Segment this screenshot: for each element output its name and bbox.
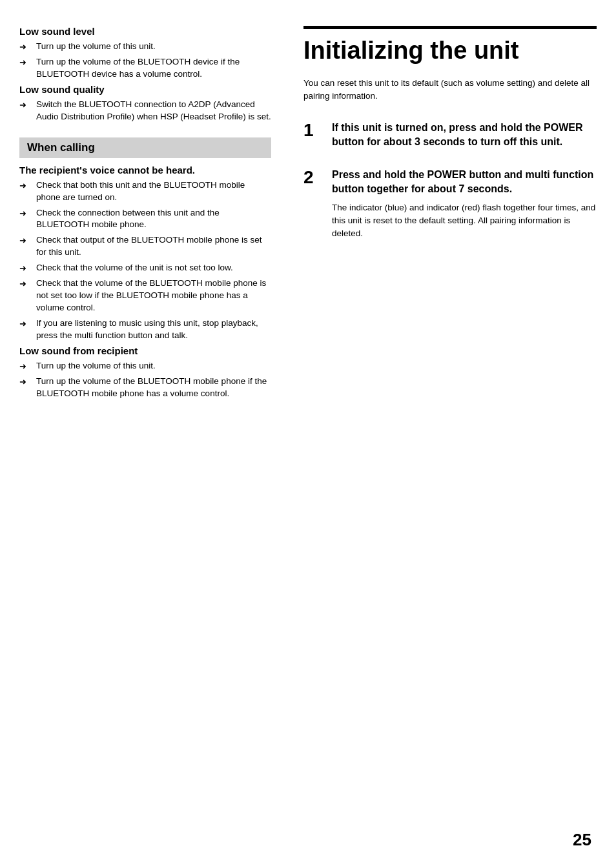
intro-text: You can reset this unit to its default (…: [303, 77, 597, 103]
bullet-text: Turn up the volume of this unit.: [36, 360, 156, 372]
bullet-text: Check that the volume of the unit is not…: [36, 262, 233, 274]
when-calling-title: When calling: [27, 141, 95, 154]
section-title-low-sound-level: Low sound level: [19, 26, 271, 37]
list-item: ➜ If you are listening to music using th…: [19, 318, 271, 342]
arrow-icon: ➜: [19, 208, 34, 219]
list-item: ➜ Check that the volume of the BLUETOOTH…: [19, 278, 271, 314]
bullet-text: Switch the BLUETOOTH connection to A2DP …: [36, 99, 271, 123]
bullet-list-low-sound-level: ➜ Turn up the volume of this unit. ➜ Tur…: [19, 41, 271, 81]
section-recipient-voice: The recipient's voice cannot be heard. ➜…: [19, 165, 271, 342]
arrow-icon: ➜: [19, 278, 34, 290]
bullet-text: Check that both this unit and the BLUETO…: [36, 179, 271, 204]
list-item: ➜ Turn up the volume of this unit.: [19, 360, 271, 372]
bullet-text: Check that output of the BLUETOOTH mobil…: [36, 234, 271, 259]
list-item: ➜ Turn up the volume of the BLUETOOTH de…: [19, 56, 271, 81]
bullet-text: Turn up the volume of this unit.: [36, 41, 156, 53]
page: Low sound level ➜ Turn up the volume of …: [0, 0, 616, 868]
arrow-icon: ➜: [19, 41, 34, 53]
step-2-desc: The indicator (blue) and indicator (red)…: [332, 201, 597, 241]
step-1-number: 1: [303, 121, 327, 141]
bullet-text: Turn up the volume of the BLUETOOTH devi…: [36, 56, 271, 81]
section-low-sound-level: Low sound level ➜ Turn up the volume of …: [19, 26, 271, 81]
step-2: 2 Press and hold the POWER button and mu…: [303, 168, 597, 240]
bullet-text: If you are listening to music using this…: [36, 318, 271, 342]
list-item: ➜ Check that both this unit and the BLUE…: [19, 179, 271, 204]
step-2-title: Press and hold the POWER button and mult…: [332, 168, 597, 196]
list-item: ➜ Turn up the volume of this unit.: [19, 41, 271, 53]
arrow-icon: ➜: [19, 263, 34, 274]
arrow-icon: ➜: [19, 376, 34, 388]
arrow-icon: ➜: [19, 180, 34, 192]
list-item: ➜ Check that output of the BLUETOOTH mob…: [19, 234, 271, 259]
bullet-list-recipient-voice: ➜ Check that both this unit and the BLUE…: [19, 179, 271, 342]
step-2-content: Press and hold the POWER button and mult…: [332, 168, 597, 240]
page-title: Initializing the unit: [303, 26, 597, 65]
section-title-low-sound-quality: Low sound quality: [19, 84, 271, 95]
when-calling-box: When calling: [19, 137, 271, 158]
list-item: ➜ Switch the BLUETOOTH connection to A2D…: [19, 99, 271, 123]
list-item: ➜ Check the connection between this unit…: [19, 207, 271, 232]
section-low-sound-quality: Low sound quality ➜ Switch the BLUETOOTH…: [19, 84, 271, 123]
bullet-list-low-sound-quality: ➜ Switch the BLUETOOTH connection to A2D…: [19, 99, 271, 123]
page-number: 25: [573, 830, 591, 850]
step-1: 1 If this unit is turned on, press and h…: [303, 121, 597, 154]
list-item: ➜ Check that the volume of the unit is n…: [19, 262, 271, 274]
list-item: ➜ Turn up the volume of the BLUETOOTH mo…: [19, 376, 271, 400]
section-low-sound-recipient: Low sound from recipient ➜ Turn up the v…: [19, 345, 271, 400]
right-column: Initializing the unit You can reset this…: [291, 26, 597, 842]
left-column: Low sound level ➜ Turn up the volume of …: [19, 26, 291, 842]
bullet-text: Check that the volume of the BLUETOOTH m…: [36, 278, 271, 314]
section-title-recipient-voice: The recipient's voice cannot be heard.: [19, 165, 271, 176]
arrow-icon: ➜: [19, 235, 34, 247]
step-1-content: If this unit is turned on, press and hol…: [332, 121, 597, 154]
arrow-icon: ➜: [19, 318, 34, 330]
section-title-low-sound-recipient: Low sound from recipient: [19, 345, 271, 356]
bullet-text: Turn up the volume of the BLUETOOTH mobi…: [36, 376, 271, 400]
arrow-icon: ➜: [19, 361, 34, 372]
step-1-title: If this unit is turned on, press and hol…: [332, 121, 597, 148]
arrow-icon: ➜: [19, 99, 34, 111]
step-2-number: 2: [303, 168, 327, 188]
bullet-list-low-sound-recipient: ➜ Turn up the volume of this unit. ➜ Tur…: [19, 360, 271, 400]
arrow-icon: ➜: [19, 57, 34, 68]
bullet-text: Check the connection between this unit a…: [36, 207, 271, 232]
